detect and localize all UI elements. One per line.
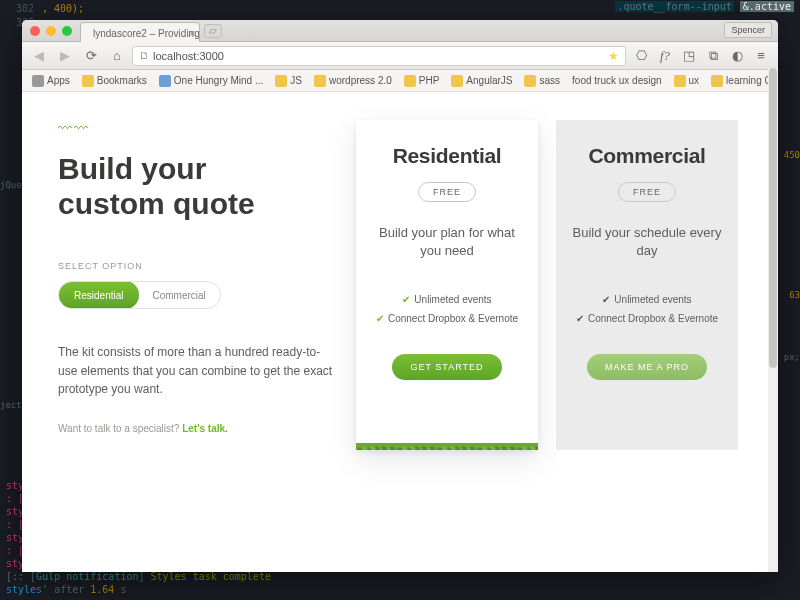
editor-right-frag: px; <box>784 352 800 362</box>
ext-icon-5[interactable]: ◐ <box>726 47 748 65</box>
description-text: The kit consists of more than a hundred … <box>58 343 338 399</box>
browser-window: lyndascore2 – Providing E... × ▱ Spencer… <box>22 20 778 572</box>
card-tagline: Build your plan for what you need <box>372 224 522 260</box>
quote-builder-panel: 〰〰 Build yourcustom quote SELECT OPTION … <box>58 120 338 450</box>
apps-icon <box>32 75 44 87</box>
card-title: Residential <box>372 144 522 168</box>
home-button[interactable]: ⌂ <box>106 47 128 65</box>
browser-tab[interactable]: lyndascore2 – Providing E... × <box>80 22 200 42</box>
check-icon: ✔ <box>402 294 410 305</box>
bookmark-folder[interactable]: ux <box>670 75 704 87</box>
editor-right-num2: 63 <box>789 290 800 300</box>
reload-button[interactable]: ⟳ <box>80 47 102 65</box>
folder-icon <box>314 75 326 87</box>
card-tagline: Build your schedule every day <box>572 224 722 260</box>
site-icon <box>159 75 171 87</box>
card-title: Commercial <box>572 144 722 168</box>
page-content: 〰〰 Build yourcustom quote SELECT OPTION … <box>22 92 778 572</box>
back-button[interactable]: ◀ <box>28 47 50 65</box>
bookmark-folder[interactable]: sass <box>520 75 564 87</box>
editor-right-num: 450 <box>784 150 800 160</box>
make-me-a-pro-button[interactable]: MAKE ME A PRO <box>587 354 707 380</box>
feature-list: ✔Unlimeted events ✔Connect Dropbox & Eve… <box>372 290 522 328</box>
folder-icon <box>524 75 536 87</box>
feature-list: ✔Unlimeted events ✔Connect Dropbox & Eve… <box>572 290 722 328</box>
folder-icon <box>275 75 287 87</box>
plan-card-residential: Residential FREE Build your plan for wha… <box>356 120 538 450</box>
ext-icon-3[interactable]: ◳ <box>678 47 700 65</box>
grass-decoration <box>356 426 538 450</box>
bookmark-item[interactable]: food truck ux design <box>568 75 666 86</box>
folder-icon <box>711 75 723 87</box>
user-badge[interactable]: Spencer <box>724 22 772 38</box>
bookmark-star-icon[interactable]: ★ <box>608 49 619 63</box>
toggle-commercial[interactable]: Commercial <box>138 282 219 308</box>
ext-icon-1[interactable]: ⎔ <box>630 47 652 65</box>
browser-toolbar: ◀ ▶ ⟳ ⌂ 🗋 localhost:3000 ★ ⎔ f? ◳ ⧉ ◐ ≡ <box>22 42 778 70</box>
folder-icon <box>451 75 463 87</box>
page-icon: 🗋 <box>139 50 149 61</box>
editor-gutter-text2: ject <box>0 400 22 410</box>
get-started-button[interactable]: GET STARTED <box>392 354 501 380</box>
plan-card-commercial: Commercial FREE Build your schedule ever… <box>556 120 738 450</box>
check-icon: ✔ <box>576 313 584 324</box>
ext-icon-4[interactable]: ⧉ <box>702 47 724 65</box>
bookmarks-bar: Apps Bookmarks One Hungry Mind ... JS wo… <box>22 70 778 92</box>
check-icon: ✔ <box>376 313 384 324</box>
specialist-prompt: Want to talk to a specialist? Let's talk… <box>58 423 338 434</box>
address-bar[interactable]: 🗋 localhost:3000 ★ <box>132 46 626 66</box>
window-controls <box>22 26 80 36</box>
tab-title: lyndascore2 – Providing E... <box>93 28 200 39</box>
select-option-label: SELECT OPTION <box>58 261 338 271</box>
bookmark-folder[interactable]: PHP <box>400 75 444 87</box>
folder-icon <box>404 75 416 87</box>
bookmark-folder[interactable]: AngularJS <box>447 75 516 87</box>
close-window-icon[interactable] <box>30 26 40 36</box>
lets-talk-link[interactable]: Let's talk. <box>182 423 228 434</box>
decorative-zigzag-icon: 〰〰 <box>58 120 338 136</box>
browser-tabbar: lyndascore2 – Providing E... × ▱ Spencer <box>22 20 778 42</box>
toggle-residential[interactable]: Residential <box>58 281 139 309</box>
menu-icon[interactable]: ≡ <box>750 47 772 65</box>
bookmark-folder[interactable]: wordpress 2.0 <box>310 75 396 87</box>
forward-button[interactable]: ▶ <box>54 47 76 65</box>
bookmark-item[interactable]: One Hungry Mind ... <box>155 75 267 87</box>
plan-toggle: Residential Commercial <box>58 281 221 309</box>
apps-button[interactable]: Apps <box>28 75 74 87</box>
price-badge: FREE <box>418 182 476 202</box>
folder-icon <box>82 75 94 87</box>
scrollbar-thumb[interactable] <box>769 68 777 368</box>
check-icon: ✔ <box>602 294 610 305</box>
ext-icon-2[interactable]: f? <box>654 47 676 65</box>
price-badge: FREE <box>618 182 676 202</box>
folder-icon <box>674 75 686 87</box>
close-tab-icon[interactable]: × <box>189 28 195 39</box>
maximize-window-icon[interactable] <box>62 26 72 36</box>
bookmark-folder[interactable]: JS <box>271 75 306 87</box>
bookmark-folder[interactable]: Bookmarks <box>78 75 151 87</box>
minimize-window-icon[interactable] <box>46 26 56 36</box>
url-text: localhost:3000 <box>153 50 224 62</box>
page-title: Build yourcustom quote <box>58 152 338 221</box>
new-tab-button[interactable]: ▱ <box>204 24 222 38</box>
